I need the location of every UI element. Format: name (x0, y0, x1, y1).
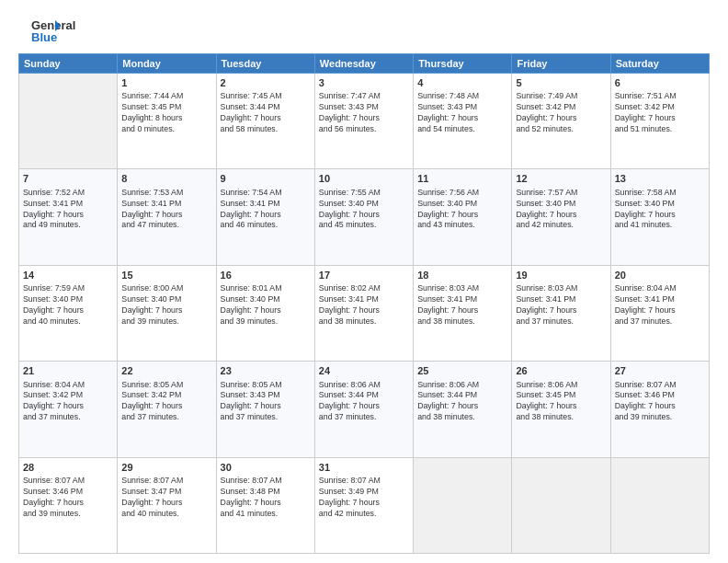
day-number: 17 (319, 269, 409, 282)
day-number: 10 (319, 172, 409, 186)
calendar-cell: 8Sunrise: 7:53 AM Sunset: 3:41 PM Daylig… (118, 169, 216, 265)
day-info: Sunrise: 8:04 AM Sunset: 3:41 PM Dayligh… (615, 283, 705, 327)
calendar-table: SundayMondayTuesdayWednesdayThursdayFrid… (18, 53, 710, 554)
day-info: Sunrise: 7:51 AM Sunset: 3:42 PM Dayligh… (615, 91, 705, 135)
calendar-cell: 13Sunrise: 7:58 AM Sunset: 3:40 PM Dayli… (610, 169, 709, 265)
calendar-cell: 6Sunrise: 7:51 AM Sunset: 3:42 PM Daylig… (610, 74, 709, 169)
day-number: 24 (319, 364, 409, 378)
day-number: 2 (221, 76, 311, 90)
day-number: 7 (23, 172, 113, 186)
day-info: Sunrise: 8:07 AM Sunset: 3:48 PM Dayligh… (221, 476, 311, 520)
day-number: 15 (121, 269, 211, 282)
page: General Blue SundayMondayTuesdayWednesda… (0, 0, 728, 563)
calendar-week-row: 1Sunrise: 7:44 AM Sunset: 3:45 PM Daylig… (19, 74, 710, 169)
day-number: 5 (516, 76, 606, 90)
day-number: 6 (615, 76, 705, 90)
calendar-cell: 23Sunrise: 8:05 AM Sunset: 3:43 PM Dayli… (216, 362, 314, 457)
calendar-cell (512, 457, 610, 553)
day-number: 9 (221, 172, 311, 186)
day-info: Sunrise: 7:52 AM Sunset: 3:41 PM Dayligh… (23, 188, 113, 232)
calendar-header-row: SundayMondayTuesdayWednesdayThursdayFrid… (19, 54, 710, 74)
day-info: Sunrise: 8:03 AM Sunset: 3:41 PM Dayligh… (417, 283, 507, 327)
calendar-cell: 27Sunrise: 8:07 AM Sunset: 3:46 PM Dayli… (610, 362, 709, 457)
svg-text:Blue: Blue (31, 30, 57, 44)
col-header-monday: Monday (118, 54, 216, 74)
calendar-cell: 31Sunrise: 8:07 AM Sunset: 3:49 PM Dayli… (314, 457, 413, 553)
calendar-cell: 4Sunrise: 7:48 AM Sunset: 3:43 PM Daylig… (414, 74, 512, 169)
day-info: Sunrise: 7:44 AM Sunset: 3:45 PM Dayligh… (121, 91, 211, 135)
calendar-week-row: 21Sunrise: 8:04 AM Sunset: 3:42 PM Dayli… (19, 362, 710, 457)
day-info: Sunrise: 7:45 AM Sunset: 3:44 PM Dayligh… (221, 91, 311, 135)
calendar-cell: 3Sunrise: 7:47 AM Sunset: 3:43 PM Daylig… (314, 74, 413, 169)
calendar-cell: 1Sunrise: 7:44 AM Sunset: 3:45 PM Daylig… (118, 74, 216, 169)
day-info: Sunrise: 8:02 AM Sunset: 3:41 PM Dayligh… (319, 283, 409, 327)
calendar-cell: 18Sunrise: 8:03 AM Sunset: 3:41 PM Dayli… (414, 265, 512, 361)
day-number: 4 (417, 76, 507, 90)
calendar-cell: 12Sunrise: 7:57 AM Sunset: 3:40 PM Dayli… (512, 169, 610, 265)
day-info: Sunrise: 8:06 AM Sunset: 3:45 PM Dayligh… (516, 380, 606, 424)
calendar-cell (610, 457, 709, 553)
day-info: Sunrise: 7:48 AM Sunset: 3:43 PM Dayligh… (417, 91, 507, 135)
calendar-cell: 2Sunrise: 7:45 AM Sunset: 3:44 PM Daylig… (216, 74, 314, 169)
day-info: Sunrise: 8:07 AM Sunset: 3:46 PM Dayligh… (615, 380, 705, 424)
col-header-sunday: Sunday (19, 54, 118, 74)
day-info: Sunrise: 8:06 AM Sunset: 3:44 PM Dayligh… (319, 380, 409, 424)
day-number: 22 (121, 364, 211, 378)
calendar-week-row: 14Sunrise: 7:59 AM Sunset: 3:40 PM Dayli… (19, 265, 710, 361)
day-number: 13 (615, 172, 705, 186)
calendar-cell: 7Sunrise: 7:52 AM Sunset: 3:41 PM Daylig… (19, 169, 118, 265)
day-number: 14 (23, 269, 113, 282)
day-number: 26 (516, 364, 606, 378)
calendar-cell (19, 74, 118, 169)
calendar-cell: 16Sunrise: 8:01 AM Sunset: 3:40 PM Dayli… (216, 265, 314, 361)
day-info: Sunrise: 7:54 AM Sunset: 3:41 PM Dayligh… (221, 188, 311, 232)
day-number: 20 (615, 269, 705, 282)
day-info: Sunrise: 8:07 AM Sunset: 3:46 PM Dayligh… (23, 476, 113, 520)
day-info: Sunrise: 8:05 AM Sunset: 3:43 PM Dayligh… (221, 380, 311, 424)
day-number: 28 (23, 461, 113, 475)
day-info: Sunrise: 7:57 AM Sunset: 3:40 PM Dayligh… (516, 188, 606, 232)
day-number: 27 (615, 364, 705, 378)
calendar-cell: 26Sunrise: 8:06 AM Sunset: 3:45 PM Dayli… (512, 362, 610, 457)
col-header-tuesday: Tuesday (216, 54, 314, 74)
day-number: 11 (417, 172, 507, 186)
day-number: 18 (417, 269, 507, 282)
day-number: 21 (23, 364, 113, 378)
day-info: Sunrise: 7:49 AM Sunset: 3:42 PM Dayligh… (516, 91, 606, 135)
calendar-cell: 21Sunrise: 8:04 AM Sunset: 3:42 PM Dayli… (19, 362, 118, 457)
day-info: Sunrise: 7:53 AM Sunset: 3:41 PM Dayligh… (121, 188, 211, 232)
day-info: Sunrise: 8:00 AM Sunset: 3:40 PM Dayligh… (121, 283, 211, 327)
day-number: 25 (417, 364, 507, 378)
day-number: 19 (516, 269, 606, 282)
day-number: 31 (319, 461, 409, 475)
day-number: 1 (121, 76, 211, 90)
calendar-cell: 9Sunrise: 7:54 AM Sunset: 3:41 PM Daylig… (216, 169, 314, 265)
day-info: Sunrise: 7:58 AM Sunset: 3:40 PM Dayligh… (615, 188, 705, 232)
calendar-cell: 22Sunrise: 8:05 AM Sunset: 3:42 PM Dayli… (118, 362, 216, 457)
day-number: 23 (221, 364, 311, 378)
day-info: Sunrise: 8:05 AM Sunset: 3:42 PM Dayligh… (121, 380, 211, 424)
day-number: 3 (319, 76, 409, 90)
calendar-week-row: 28Sunrise: 8:07 AM Sunset: 3:46 PM Dayli… (19, 457, 710, 553)
logo: General Blue (18, 17, 74, 46)
day-number: 12 (516, 172, 606, 186)
day-info: Sunrise: 8:04 AM Sunset: 3:42 PM Dayligh… (23, 380, 113, 424)
calendar-cell: 20Sunrise: 8:04 AM Sunset: 3:41 PM Dayli… (610, 265, 709, 361)
day-info: Sunrise: 7:47 AM Sunset: 3:43 PM Dayligh… (319, 91, 409, 135)
calendar-cell: 14Sunrise: 7:59 AM Sunset: 3:40 PM Dayli… (19, 265, 118, 361)
day-info: Sunrise: 7:56 AM Sunset: 3:40 PM Dayligh… (417, 188, 507, 232)
day-number: 16 (221, 269, 311, 282)
day-info: Sunrise: 8:06 AM Sunset: 3:44 PM Dayligh… (417, 380, 507, 424)
day-info: Sunrise: 8:03 AM Sunset: 3:41 PM Dayligh… (516, 283, 606, 327)
day-number: 8 (121, 172, 211, 186)
calendar-week-row: 7Sunrise: 7:52 AM Sunset: 3:41 PM Daylig… (19, 169, 710, 265)
calendar-cell: 11Sunrise: 7:56 AM Sunset: 3:40 PM Dayli… (414, 169, 512, 265)
calendar-cell: 5Sunrise: 7:49 AM Sunset: 3:42 PM Daylig… (512, 74, 610, 169)
calendar-cell: 19Sunrise: 8:03 AM Sunset: 3:41 PM Dayli… (512, 265, 610, 361)
calendar-cell: 10Sunrise: 7:55 AM Sunset: 3:40 PM Dayli… (314, 169, 413, 265)
calendar-cell: 17Sunrise: 8:02 AM Sunset: 3:41 PM Dayli… (314, 265, 413, 361)
header: General Blue (18, 17, 710, 46)
col-header-thursday: Thursday (414, 54, 512, 74)
day-info: Sunrise: 7:59 AM Sunset: 3:40 PM Dayligh… (23, 283, 113, 327)
day-info: Sunrise: 8:01 AM Sunset: 3:40 PM Dayligh… (221, 283, 311, 327)
